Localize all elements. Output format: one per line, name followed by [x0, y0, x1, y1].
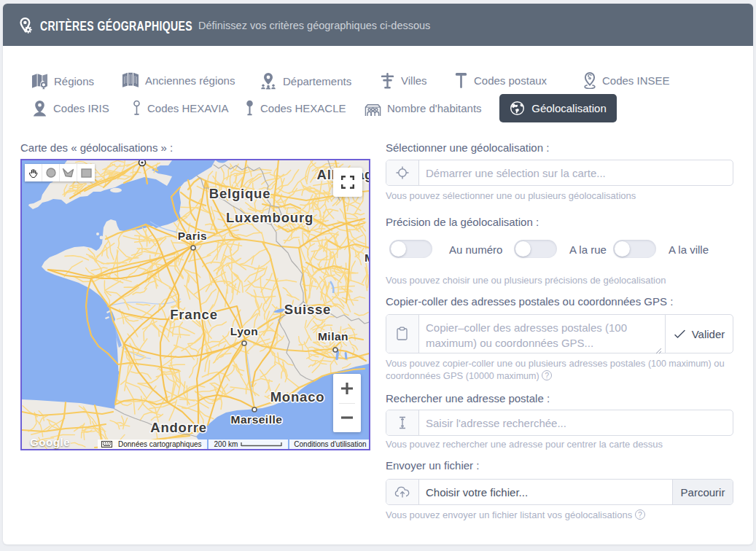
svg-text:Mu: Mu — [365, 251, 369, 264]
svg-text:France: France — [170, 307, 217, 322]
svg-text:Milan: Milan — [318, 330, 348, 343]
svg-text:Marseille: Marseille — [231, 413, 283, 426]
svg-text:Suisse: Suisse — [284, 302, 331, 317]
svg-text:Monaco: Monaco — [270, 389, 325, 405]
svg-text:Lyon: Lyon — [230, 325, 258, 337]
svg-text:Luxembourg: Luxembourg — [226, 210, 313, 225]
svg-text:Paris: Paris — [178, 230, 207, 242]
svg-text:Belgique: Belgique — [209, 186, 271, 201]
svg-text:Andorre: Andorre — [150, 420, 207, 435]
